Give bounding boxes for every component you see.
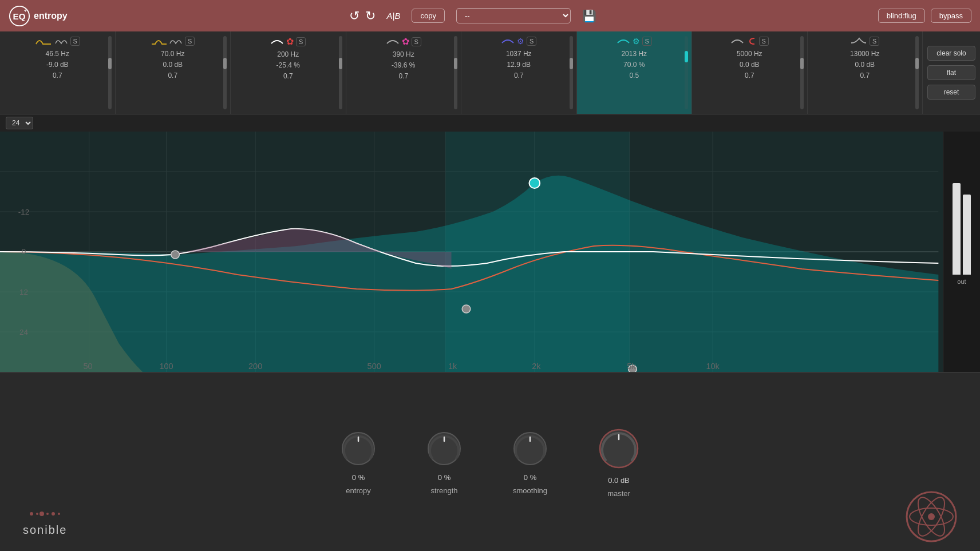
band-6-solo[interactable]: S bbox=[642, 37, 652, 46]
undo-button[interactable]: ↺ bbox=[349, 9, 359, 23]
smoothing-knob-value: 0 % bbox=[524, 473, 536, 482]
band-1-type-icon bbox=[35, 36, 52, 46]
band-7-type-icon bbox=[730, 36, 744, 46]
band-6-gear-icon: ⚙ bbox=[633, 37, 640, 46]
master-knob-value: 0.0 dB bbox=[608, 476, 630, 485]
strength-knob[interactable] bbox=[424, 429, 464, 469]
band-1-bell-icon bbox=[54, 37, 68, 46]
band-1-solo[interactable]: S bbox=[70, 37, 80, 46]
band-5[interactable]: ⚙ S 1037 Hz 12.9 dB 0.7 bbox=[461, 31, 577, 114]
band-8-slider[interactable] bbox=[915, 36, 919, 109]
band-6-slider[interactable] bbox=[685, 36, 688, 109]
bottom-section: sonible 0 % entropy 0 % strength bbox=[0, 372, 980, 551]
logo-area: EQ + entropy bbox=[9, 5, 68, 27]
band-4-slider[interactable] bbox=[454, 36, 457, 109]
band-strip: S 46.5 Hz -9.0 dB 0.7 S 70.0 Hz 0.0 dB 0… bbox=[0, 31, 980, 114]
eq-canvas[interactable]: 50 100 200 500 1k 2k 5k 10k -12 0 12 24 … bbox=[0, 132, 980, 372]
svg-point-42 bbox=[52, 512, 55, 516]
strength-knob-group: 0 % strength bbox=[424, 429, 464, 495]
band-1-values: 46.5 Hz -9.0 dB 0.7 bbox=[46, 49, 69, 82]
band-3-solo[interactable]: S bbox=[296, 37, 306, 46]
band-2-solo[interactable]: S bbox=[185, 37, 195, 46]
band-8[interactable]: S 13000 Hz 0.0 dB 0.7 bbox=[808, 31, 923, 114]
band-4-solo[interactable]: S bbox=[412, 37, 421, 46]
band-4[interactable]: ✿ S 390 Hz -39.6 % 0.7 bbox=[346, 31, 462, 114]
band-6-top: ⚙ S bbox=[617, 36, 652, 46]
save-button[interactable]: 💾 bbox=[582, 9, 596, 23]
reset-button[interactable]: reset bbox=[927, 85, 975, 100]
band-4-star-icon: ✿ bbox=[402, 36, 409, 47]
redo-button[interactable]: ↻ bbox=[365, 9, 376, 23]
band-3-slider[interactable] bbox=[339, 36, 342, 109]
svg-text:10k: 10k bbox=[706, 362, 720, 371]
preset-select[interactable]: -- bbox=[456, 8, 571, 23]
svg-point-38 bbox=[30, 512, 33, 516]
band-2-type-icon bbox=[151, 36, 167, 46]
smoothing-knob[interactable] bbox=[510, 429, 550, 469]
band-2-bell-icon bbox=[169, 37, 183, 46]
svg-point-43 bbox=[58, 513, 60, 515]
band-2-node[interactable] bbox=[171, 251, 180, 259]
band-4-top: ✿ S bbox=[386, 36, 421, 47]
band-5-solo[interactable]: S bbox=[527, 37, 536, 46]
band-5-gear-icon: ⚙ bbox=[517, 37, 524, 46]
band-7-slider[interactable] bbox=[800, 36, 804, 109]
band-1-slider[interactable] bbox=[108, 36, 112, 109]
meter-label: out bbox=[957, 278, 966, 285]
flat-button[interactable]: flat bbox=[927, 65, 975, 80]
master-knob-group: 0.0 dB master bbox=[596, 426, 642, 498]
topbar: EQ + entropy ↺ ↻ A|B copy -- 💾 blind:flu… bbox=[0, 0, 980, 31]
band-1[interactable]: S 46.5 Hz -9.0 dB 0.7 bbox=[0, 31, 116, 114]
master-knob-label: master bbox=[607, 489, 630, 498]
copy-button[interactable]: copy bbox=[412, 9, 444, 23]
display-bar: 24 12 6 48 bbox=[0, 114, 980, 132]
meter-bar-right bbox=[963, 195, 971, 275]
band-6[interactable]: ⚙ S 2013 Hz 70.0 % 0.5 bbox=[577, 31, 693, 114]
svg-point-56 bbox=[928, 513, 935, 520]
band-4-type-icon bbox=[386, 37, 400, 47]
band-2-top: S bbox=[151, 36, 195, 46]
blindflug-button[interactable]: blind:flug bbox=[878, 9, 925, 23]
svg-text:200: 200 bbox=[248, 362, 262, 371]
band-7-values: 5000 Hz 0.0 dB 0.7 bbox=[737, 49, 762, 82]
svg-text:1k: 1k bbox=[448, 362, 457, 371]
app-title: entropy bbox=[34, 11, 68, 21]
band-5-top: ⚙ S bbox=[501, 36, 536, 46]
band-7[interactable]: S 5000 Hz 0.0 dB 0.7 bbox=[692, 31, 808, 114]
entropy-knob[interactable] bbox=[338, 429, 378, 469]
output-meter: out bbox=[943, 132, 980, 372]
band-5-node[interactable] bbox=[462, 305, 471, 313]
band-3-star-icon: ✿ bbox=[286, 36, 294, 47]
svg-text:500: 500 bbox=[368, 362, 381, 371]
side-buttons: clear solo flat reset bbox=[923, 31, 980, 114]
bypass-button[interactable]: bypass bbox=[931, 9, 971, 23]
eq-area: 50 100 200 500 1k 2k 5k 10k -12 0 12 24 … bbox=[0, 132, 980, 372]
sonible-text: sonible bbox=[23, 524, 67, 537]
band-7-c-icon bbox=[746, 36, 757, 46]
strength-knob-value: 0 % bbox=[438, 473, 451, 482]
clear-solo-button[interactable]: clear solo bbox=[927, 46, 975, 61]
band-2-slider[interactable] bbox=[223, 36, 227, 109]
band-5-type-icon bbox=[501, 36, 515, 46]
svg-text:100: 100 bbox=[159, 362, 173, 371]
master-knob[interactable] bbox=[596, 426, 642, 471]
band-7-solo[interactable]: S bbox=[759, 37, 769, 46]
zoom-select[interactable]: 24 12 6 48 bbox=[6, 117, 33, 129]
sonible-brand: sonible bbox=[23, 509, 67, 537]
svg-point-41 bbox=[46, 513, 49, 515]
band-5-slider[interactable] bbox=[570, 36, 573, 109]
band-8-solo[interactable]: S bbox=[870, 37, 879, 46]
svg-text:+: + bbox=[24, 7, 27, 14]
top-center-controls: ↺ ↻ A|B copy -- 💾 bbox=[79, 8, 867, 23]
band-3-top: ✿ S bbox=[270, 36, 306, 47]
band-2[interactable]: S 70.0 Hz 0.0 dB 0.7 bbox=[116, 31, 231, 114]
entropy-knob-label: entropy bbox=[346, 486, 370, 495]
band-3-values: 200 Hz -25.4 % 0.7 bbox=[276, 49, 300, 82]
band-6-node[interactable] bbox=[529, 178, 540, 188]
meter-bar-left bbox=[953, 183, 961, 275]
ab-label: A|B bbox=[387, 11, 401, 21]
band-3[interactable]: ✿ S 200 Hz -25.4 % 0.7 bbox=[231, 31, 346, 114]
band-4-values: 390 Hz -39.6 % 0.7 bbox=[392, 49, 415, 82]
band-8-type-icon bbox=[850, 36, 867, 46]
band-6-values: 2013 Hz 70.0 % 0.5 bbox=[621, 49, 647, 82]
